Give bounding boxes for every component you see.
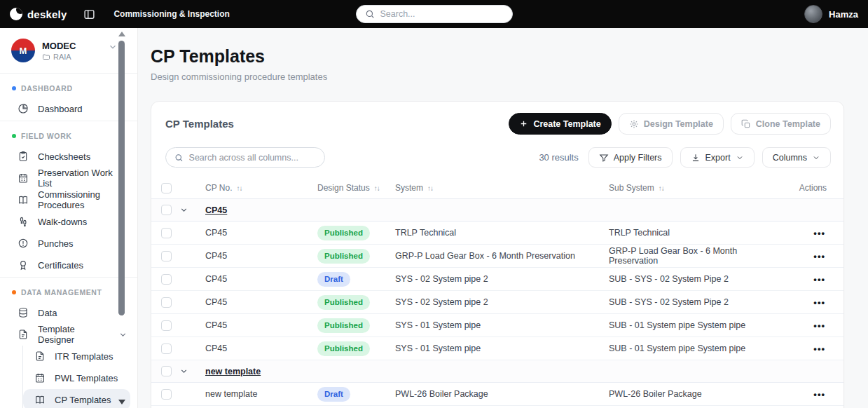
gear-icon [629,119,639,129]
main-content: CP Templates Design commissioning proced… [138,28,868,408]
table-row: CP45PublishedSYS - 01 System pipeSUB - 0… [151,337,843,360]
group-row-new-template: new template [151,360,843,383]
sort-icon: ↑↓ [427,184,433,192]
column-header-system[interactable]: System↑↓ [395,183,609,193]
row-checkbox[interactable] [161,251,172,261]
cell-system: SYS - 02 System pipe 2 [395,297,609,307]
sidebar-item-commissioning-procedures[interactable]: Commissioning Procedures [0,189,137,210]
section-label-dashboard: DASHBOARD [0,75,137,97]
row-checkbox[interactable] [161,344,172,354]
status-badge: Published [317,341,370,356]
clipboard-icon [18,151,29,162]
app-title: Commissioning & Inspection [113,9,229,19]
design-template-button[interactable]: Design Template [619,113,724,135]
scroll-down-arrow[interactable] [118,400,125,404]
plus-icon [519,119,528,128]
section-label-text: DASHBOARD [21,84,73,93]
column-header-sub-system[interactable]: Sub System↑↓ [609,183,783,193]
download-icon [691,153,701,163]
row-actions-button[interactable]: ••• [813,320,825,331]
card-title: CP Templates [165,118,234,130]
org-logo-icon: M [11,39,35,62]
sidebar-toggle-icon[interactable] [83,8,95,20]
sidebar-item-itr-templates[interactable]: ITR Templates [23,346,137,367]
row-checkbox[interactable] [161,274,172,285]
section-dot [12,290,16,294]
page-title: CP Templates [151,46,844,67]
row-actions-button[interactable]: ••• [813,228,825,238]
sidebar-item-cp-templates[interactable]: CP Templates [23,389,130,408]
section-label-text: DATA MANAGEMENT [21,288,102,297]
sidebar-item-walk-downs[interactable]: Walk-downs [0,211,137,232]
chevron-down-icon[interactable] [179,205,205,215]
org-selector[interactable]: M MODEC RAIA [0,28,137,72]
row-checkbox[interactable] [161,320,172,331]
sidebar-item-data[interactable]: Data [0,302,137,323]
sidebar-scrollbar[interactable] [118,41,125,315]
group-name[interactable]: new template [205,367,317,376]
row-checkbox[interactable] [161,366,172,376]
global-search-input[interactable] [380,9,504,19]
cell-sub-system: TRLP Technical [609,228,783,238]
chevron-down-icon[interactable] [179,367,205,376]
sidebar-item-pwl-templates[interactable]: PWL Templates [23,367,137,388]
sidebar-item-label: Certificates [38,260,83,271]
sidebar-subitems: ITR TemplatesPWL TemplatesCP Templates [22,346,137,408]
section-dot [12,86,16,90]
cell-design-status: Published [317,295,395,310]
sort-icon: ↑↓ [374,184,380,192]
filter-icon [599,153,609,163]
table-search-input[interactable] [189,153,316,163]
row-actions-button[interactable]: ••• [813,344,825,354]
logo-text: deskely [27,8,67,20]
sidebar-item-certificates[interactable]: Certificates [0,254,137,276]
calendar-icon [34,372,46,383]
sidebar-item-preservation-work-list[interactable]: Preservation Work List [0,168,137,189]
global-search[interactable] [356,5,513,23]
file-icon [18,329,29,340]
row-checkbox[interactable] [161,389,172,400]
user-menu[interactable]: Hamza [804,5,858,23]
row-checkbox[interactable] [161,297,172,308]
clone-template-button[interactable]: Clone Template [731,113,831,135]
table-search[interactable] [165,147,325,168]
row-actions-button[interactable]: ••• [813,251,825,261]
sort-icon: ↑↓ [236,184,242,192]
status-badge: Published [317,295,370,310]
row-checkbox[interactable] [161,205,172,215]
apply-filters-button[interactable]: Apply Filters [588,147,673,168]
column-header-design-status[interactable]: Design Status↑↓ [317,183,395,193]
sidebar-item-checksheets[interactable]: Checksheets [0,146,137,167]
create-template-button[interactable]: Create Template [509,113,611,135]
row-actions-button[interactable]: ••• [813,297,825,308]
export-button[interactable]: Export [680,147,755,168]
database-icon [18,307,29,318]
sidebar-item-template-designer[interactable]: Template Designer [0,324,137,345]
status-badge: Published [317,318,370,333]
row-actions-button[interactable]: ••• [813,274,825,285]
app-logo[interactable]: deskely [10,8,67,20]
org-project: RAIA [53,53,71,61]
sidebar-item-label: Dashboard [38,104,83,114]
column-header-cp-no[interactable]: CP No.↑↓ [205,183,317,193]
avatar[interactable] [804,5,822,23]
table-header-row: CP No.↑↓ Design Status↑↓ System↑↓ Sub Sy… [151,177,843,199]
deskely-logo-icon [10,8,22,20]
scroll-up-arrow[interactable] [118,32,125,36]
cell-design-status: Published [317,226,395,240]
chevron-down-icon[interactable] [108,42,118,55]
column-header-actions: Actions [783,183,834,193]
group-name[interactable]: CP45 [205,205,317,215]
chevron-down-icon [118,330,128,339]
sidebar-item-punches[interactable]: Punches [0,233,137,254]
select-all-checkbox[interactable] [161,183,172,193]
sidebar-item-label: Commissioning Procedures [38,189,128,210]
columns-button[interactable]: Columns [762,147,831,168]
row-checkbox[interactable] [161,228,172,238]
cell-sub-system: SUB - 01 System pipe System pipe [609,344,783,353]
sidebar-item-dashboard[interactable]: Dashboard [0,98,137,119]
status-badge: Published [317,249,370,264]
cell-design-status: Draft [317,272,395,287]
row-actions-button[interactable]: ••• [813,389,825,400]
pie-chart-icon [18,103,29,114]
